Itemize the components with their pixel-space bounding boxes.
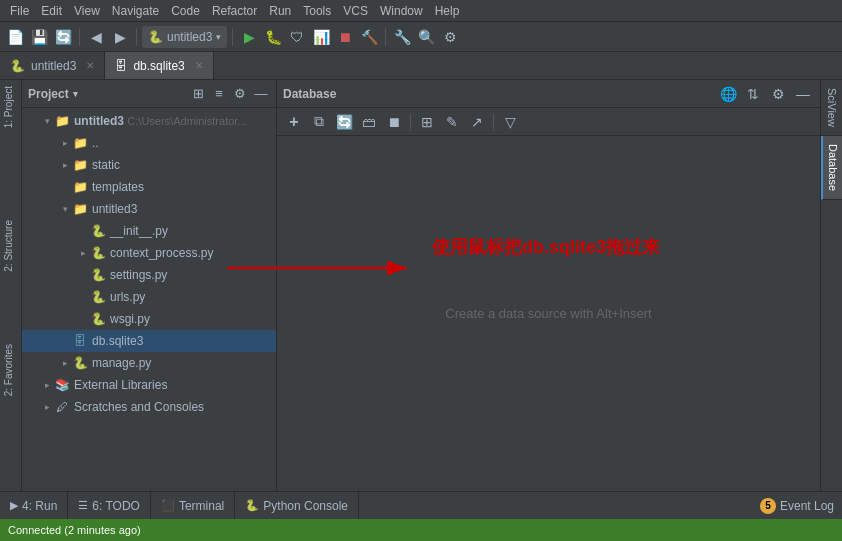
status-bar: Connected (2 minutes ago) [0,519,842,541]
sidebar-item-favorites[interactable]: 2: Favorites [0,338,21,402]
project-panel: Project ▾ ⊞ ≡ ⚙ — ▾ 📁 untitled3 C:\Users… [22,80,277,491]
tree-item-context-process[interactable]: ▸ 🐍 context_process.py [22,242,276,264]
bottom-tab-todo[interactable]: ☰ 6: TODO [68,492,151,519]
project-panel-actions: ⊞ ≡ ⚙ — [189,85,270,103]
sidebar-item-project[interactable]: 1: Project [0,80,21,134]
menu-window[interactable]: Window [374,2,429,20]
tab-untitled3-close[interactable]: ✕ [86,60,94,71]
toolbar-sep-2 [136,28,137,46]
bottom-tab-terminal[interactable]: ⬛ Terminal [151,492,235,519]
db-header-settings-btn[interactable]: ⚙ [767,83,789,105]
menu-view[interactable]: View [68,2,106,20]
db-panel-title: Database [283,87,336,101]
database-panel: Database 🌐 ⇅ ⚙ — + ⧉ 🔄 🗃 ⏹ ⊞ ✎ ↗ ▽ [277,80,820,491]
project-panel-header: Project ▾ ⊞ ≡ ⚙ — [22,80,276,108]
db-toolbar-sep-1 [410,114,411,130]
tree-item-untitled3-sub[interactable]: ▾ 📁 untitled3 [22,198,276,220]
tree-item-settings[interactable]: ▸ 🐍 settings.py [22,264,276,286]
tree-item-external-libs[interactable]: ▸ 📚 External Libraries [22,374,276,396]
tree-label-manage: manage.py [92,356,151,370]
scratches-icon: 🖊 [54,399,70,415]
bottom-tab-run[interactable]: ▶ 4: Run [0,492,68,519]
expand-all-btn[interactable]: ⊞ [189,85,207,103]
left-side-tabs: 1: Project 2: Structure 2: Favorites [0,80,22,491]
tab-db-sqlite3[interactable]: 🗄 db.sqlite3 ✕ [105,52,213,79]
db-export-btn[interactable]: ↗ [466,111,488,133]
tree-item-manage[interactable]: ▸ 🐍 manage.py [22,352,276,374]
tab-untitled3-icon: 🐍 [10,59,25,73]
lib-icon: 📚 [54,377,70,393]
menu-edit[interactable]: Edit [35,2,68,20]
event-log-label: Event Log [780,499,834,513]
sidebar-item-structure[interactable]: 2: Structure [0,214,21,278]
panel-settings-btn[interactable]: ⚙ [231,85,249,103]
py-icon-context: 🐍 [90,245,106,261]
tab-untitled3-label: untitled3 [31,59,76,73]
py-icon-urls: 🐍 [90,289,106,305]
menu-vcs[interactable]: VCS [337,2,374,20]
menu-help[interactable]: Help [429,2,466,20]
tree-item-init[interactable]: ▸ 🐍 __init__.py [22,220,276,242]
db-header-sort-btn[interactable]: ⇅ [742,83,764,105]
save-btn[interactable]: 💾 [28,26,50,48]
collapse-all-btn[interactable]: ≡ [210,85,228,103]
menu-refactor[interactable]: Refactor [206,2,263,20]
back-btn[interactable]: ◀ [85,26,107,48]
new-file-btn[interactable]: 📄 [4,26,26,48]
tree-item-db-sqlite3[interactable]: ▸ 🗄 db.sqlite3 [22,330,276,352]
tree-item-static[interactable]: ▸ 📁 static [22,154,276,176]
db-copy-btn[interactable]: ⧉ [308,111,330,133]
tree-label-dotdot: .. [92,136,99,150]
panel-close-btn[interactable]: — [252,85,270,103]
tab-db-close[interactable]: ✕ [195,60,203,71]
db-filter-btn[interactable]: ▽ [499,111,521,133]
db-refresh-btn[interactable]: 🔄 [333,111,355,133]
tree-item-root[interactable]: ▾ 📁 untitled3 C:\Users\Administrator... [22,110,276,132]
db-add-btn[interactable]: + [283,111,305,133]
db-header-globe-btn[interactable]: 🌐 [717,83,739,105]
toolbar-sep-1 [79,28,80,46]
coverage-btn[interactable]: 🛡 [286,26,308,48]
run-btn[interactable]: ▶ [238,26,260,48]
project-panel-title[interactable]: Project ▾ [28,87,78,101]
tree-item-templates[interactable]: ▸ 📁 templates [22,176,276,198]
stop-btn[interactable]: ⏹ [334,26,356,48]
db-stop-btn[interactable]: ⏹ [383,111,405,133]
menu-tools[interactable]: Tools [297,2,337,20]
build-btn[interactable]: 🔨 [358,26,380,48]
tree-item-scratches[interactable]: ▸ 🖊 Scratches and Consoles [22,396,276,418]
menu-run[interactable]: Run [263,2,297,20]
bottom-tab-run-label: 4: Run [22,499,57,513]
menu-file[interactable]: File [4,2,35,20]
bottom-tab-python-console[interactable]: 🐍 Python Console [235,492,359,519]
tree-arrow-untitled3-sub: ▾ [58,204,72,214]
tree-item-dotdot[interactable]: ▸ 📁 .. [22,132,276,154]
tree-arrow-templates: ▸ [58,182,72,192]
debug-btn[interactable]: 🐛 [262,26,284,48]
db-grid-btn[interactable]: ⊞ [416,111,438,133]
tab-untitled3[interactable]: 🐍 untitled3 ✕ [0,52,105,79]
profile-btn[interactable]: 📊 [310,26,332,48]
tasks-btn[interactable]: ⚙ [439,26,461,48]
db-edit-btn[interactable]: ✎ [441,111,463,133]
toolbar-sep-3 [232,28,233,46]
bottom-right: 5 Event Log [752,492,842,519]
forward-btn[interactable]: ▶ [109,26,131,48]
db-header-minimize-btn[interactable]: — [792,83,814,105]
project-selector[interactable]: 🐍 untitled3 ▾ [142,26,227,48]
tools-btn[interactable]: 🔧 [391,26,413,48]
tree-item-wsgi[interactable]: ▸ 🐍 wsgi.py [22,308,276,330]
tree-item-urls[interactable]: ▸ 🐍 urls.py [22,286,276,308]
event-log-btn[interactable]: 5 Event Log [760,498,834,514]
right-tab-sciview[interactable]: SciView [821,80,842,136]
project-tree: ▾ 📁 untitled3 C:\Users\Administrator... … [22,108,276,491]
db-table-props-btn[interactable]: 🗃 [358,111,380,133]
right-tab-database[interactable]: Database [821,136,842,200]
menu-navigate[interactable]: Navigate [106,2,165,20]
py-icon-init: 🐍 [90,223,106,239]
tree-arrow-settings: ▸ [76,270,90,280]
tab-db-label: db.sqlite3 [133,59,184,73]
menu-code[interactable]: Code [165,2,206,20]
search-btn[interactable]: 🔍 [415,26,437,48]
sync-btn[interactable]: 🔄 [52,26,74,48]
